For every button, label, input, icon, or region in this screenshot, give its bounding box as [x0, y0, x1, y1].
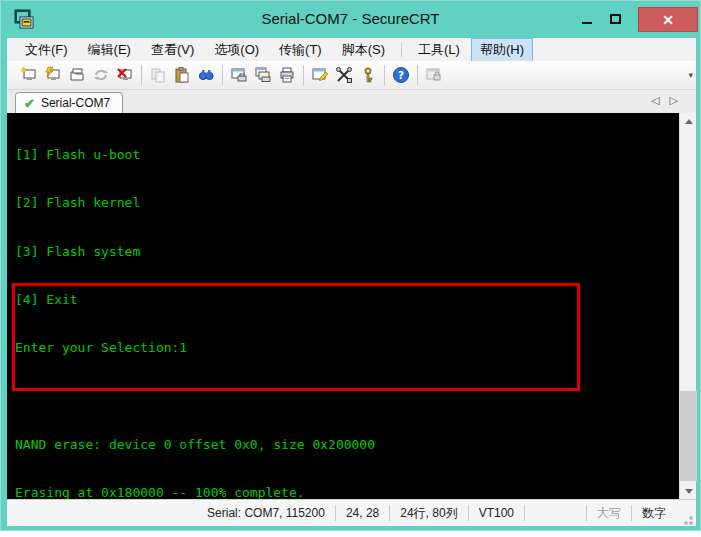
maximize-icon — [610, 14, 621, 24]
toolbar: ? ▾ — [7, 61, 696, 90]
keymap-button[interactable] — [356, 63, 380, 87]
menu-help[interactable]: 帮助(H) — [471, 38, 533, 62]
resize-grip[interactable] — [680, 512, 694, 526]
menu-script[interactable]: 脚本(S) — [333, 38, 394, 62]
terminal-line: [3] Flash system — [15, 244, 679, 260]
find-button[interactable] — [194, 63, 218, 87]
reconnect-icon — [92, 66, 110, 84]
terminal-line — [15, 389, 679, 405]
securecrt-window: Serial-COM7 - SecureCRT ✕ 文件(F) 编辑(E) 查看… — [0, 0, 701, 531]
tab-label: Serial-COM7 — [41, 96, 110, 110]
terminal-line: [1] Flash u-boot — [15, 147, 679, 163]
terminal-line: [2] Flash kernel — [15, 195, 679, 211]
status-emulation: VT100 — [468, 505, 524, 521]
copy-icon — [149, 66, 167, 84]
terminal-line: [4] Exit — [15, 292, 679, 308]
lock-window-button[interactable] — [422, 63, 446, 87]
lock-icon — [425, 66, 443, 84]
menu-edit[interactable]: 编辑(E) — [79, 38, 140, 62]
global-options-icon — [335, 66, 353, 84]
minimize-icon — [582, 22, 592, 24]
status-screen-size: 24行, 80列 — [389, 505, 467, 521]
scrollbar-thumb[interactable] — [680, 391, 697, 481]
toolbar-separator — [141, 65, 142, 85]
status-connection: Serial: COM7, 115200 — [197, 505, 335, 521]
menu-file[interactable]: 文件(F) — [16, 38, 77, 62]
copy-button[interactable] — [146, 63, 170, 87]
minimize-button[interactable] — [572, 7, 601, 30]
scroll-up-icon[interactable] — [680, 113, 697, 129]
print-icon — [278, 66, 296, 84]
print-button[interactable] — [275, 63, 299, 87]
disconnect-button[interactable] — [113, 63, 137, 87]
maximize-button[interactable] — [601, 7, 630, 30]
reconnect-button[interactable] — [89, 63, 113, 87]
close-icon: ✕ — [662, 13, 674, 27]
status-caps-lock: 大写 — [586, 505, 631, 521]
status-bar: Serial: COM7, 115200 24, 28 24行, 80列 VT1… — [7, 499, 696, 526]
quick-connect-button[interactable] — [41, 63, 65, 87]
keymap-icon — [359, 66, 377, 84]
session-options-icon — [311, 66, 329, 84]
disconnect-icon — [116, 66, 134, 84]
title-bar[interactable]: Serial-COM7 - SecureCRT ✕ — [1, 1, 700, 38]
status-cursor-position: 24, 28 — [335, 505, 389, 521]
toolbar-separator — [417, 65, 418, 85]
window-shadow-edge — [0, 531, 701, 537]
toolbar-overflow-icon[interactable]: ▾ — [688, 70, 693, 80]
print-preview-button[interactable] — [227, 63, 251, 87]
menu-options[interactable]: 选项(O) — [205, 38, 268, 62]
menu-bar: 文件(F) 编辑(E) 查看(V) 选项(O) 传输(T) 脚本(S) 工具(L… — [7, 38, 696, 61]
global-options-button[interactable] — [332, 63, 356, 87]
terminal-screen[interactable]: [1] Flash u-boot [2] Flash kernel [3] Fl… — [7, 113, 696, 499]
tab-scroll-right-icon[interactable]: ▷ — [670, 94, 688, 106]
menu-tools[interactable]: 工具(L) — [409, 38, 469, 62]
connect-in-tab-icon — [68, 66, 86, 84]
connect-icon — [20, 66, 38, 84]
terminal-line: Enter your Selection:1 — [15, 340, 679, 356]
terminal-line: NAND erase: device 0 offset 0x0, size 0x… — [15, 437, 679, 453]
terminal-text: [1] Flash u-boot [2] Flash kernel [3] Fl… — [7, 113, 679, 499]
paste-icon — [173, 66, 191, 84]
status-blank-cell — [524, 505, 586, 521]
toolbar-separator — [384, 65, 385, 85]
connect-in-tab-button[interactable] — [65, 63, 89, 87]
close-button[interactable]: ✕ — [638, 7, 698, 32]
quick-connect-icon — [44, 66, 62, 84]
screenshot: Serial-COM7 - SecureCRT ✕ 文件(F) 编辑(E) 查看… — [0, 0, 701, 537]
connected-check-icon: ✔ — [24, 97, 35, 110]
paste-button[interactable] — [170, 63, 194, 87]
toolbar-separator — [303, 65, 304, 85]
scroll-down-icon[interactable] — [680, 483, 697, 499]
menu-separator — [401, 43, 402, 57]
session-options-button[interactable] — [308, 63, 332, 87]
terminal-line: Erasing at 0x180000 -- 100% complete. — [15, 485, 679, 499]
menu-view[interactable]: 查看(V) — [142, 38, 203, 62]
find-icon — [197, 66, 215, 84]
help-button[interactable]: ? — [389, 63, 413, 87]
tab-bar: ✔ Serial-COM7 ◁▷ — [7, 90, 696, 113]
print-preview-icon — [230, 66, 248, 84]
terminal-scrollbar[interactable] — [679, 113, 696, 499]
connect-button[interactable] — [17, 63, 41, 87]
toolbar-separator — [222, 65, 223, 85]
tab-scroll-left-icon[interactable]: ◁ — [651, 94, 669, 106]
svg-text:?: ? — [398, 69, 404, 82]
tab-serial-com7[interactable]: ✔ Serial-COM7 — [15, 92, 123, 113]
help-icon: ? — [392, 66, 410, 84]
status-num-lock: 数字 — [631, 505, 676, 521]
menu-transfer[interactable]: 传输(T) — [270, 38, 331, 62]
print-setup-icon — [254, 66, 272, 84]
print-setup-button[interactable] — [251, 63, 275, 87]
